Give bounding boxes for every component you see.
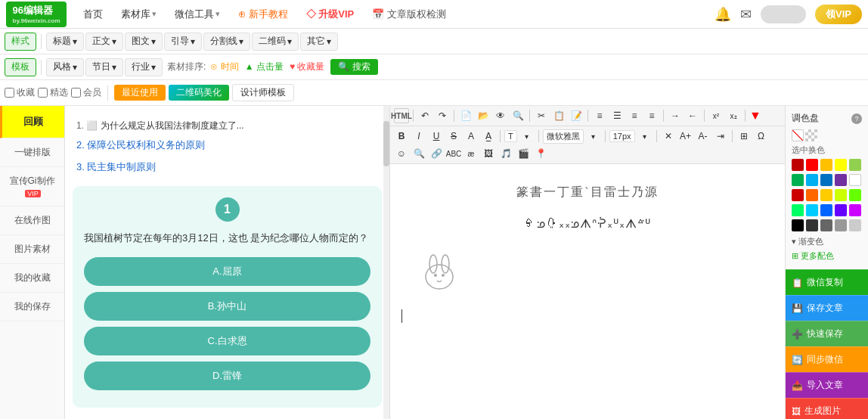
color-cell[interactable]	[835, 159, 847, 171]
style-tab[interactable]: 样式	[5, 33, 36, 51]
gradient-toggle[interactable]: ▾ 渐变色	[792, 234, 862, 249]
industry-dropdown[interactable]: 行业 ▾	[125, 58, 163, 76]
align-left-icon[interactable]: ≡	[592, 108, 607, 123]
sidebar-item-images[interactable]: 图片素材	[0, 235, 64, 264]
font-decrease-icon[interactable]: A-	[696, 129, 711, 144]
color-cell[interactable]	[820, 159, 832, 171]
color-cell[interactable]	[806, 159, 818, 171]
color-cell[interactable]	[849, 159, 861, 171]
sort-time[interactable]: ⊙ 时间	[210, 61, 238, 73]
sort-favorites[interactable]: ♥ 收藏量	[290, 61, 324, 73]
font-family-display[interactable]: 微软雅黑	[543, 129, 584, 144]
checkbox-favorites[interactable]: 收藏	[5, 86, 35, 99]
font-size-display[interactable]: 17px	[609, 130, 635, 142]
quiz-option-c[interactable]: C.白求恩	[84, 327, 370, 355]
color-cell[interactable]	[792, 189, 804, 201]
color-cell[interactable]	[835, 204, 847, 216]
indent-icon[interactable]: →	[668, 108, 683, 123]
copy-icon[interactable]: 📋	[551, 108, 566, 123]
quick-save-button[interactable]: ➕ 快速保存	[786, 321, 868, 346]
undo-button[interactable]: ↶	[417, 108, 432, 123]
heading-dropdown[interactable]: 标题 ▾	[46, 33, 84, 51]
color-cell[interactable]	[820, 174, 832, 186]
checkbox-member[interactable]: 会员	[71, 86, 101, 99]
guide-dropdown[interactable]: 引导 ▾	[164, 33, 202, 51]
clear-format-icon[interactable]: ✕	[661, 129, 676, 144]
import-article-button[interactable]: 📥 导入文章	[786, 372, 868, 398]
nav-materials[interactable]: 素材库 ▾	[113, 5, 164, 24]
align-right-icon[interactable]: ≡	[627, 108, 642, 123]
align-center-icon[interactable]: ☰	[609, 108, 625, 123]
color-cell[interactable]	[820, 219, 832, 231]
image-icon[interactable]: 🖼	[481, 146, 496, 161]
special-char-icon[interactable]: Ω	[754, 129, 769, 144]
bg-color-button[interactable]: A̲	[481, 129, 496, 144]
mail-icon[interactable]: ✉	[740, 6, 752, 23]
color-cell[interactable]	[820, 204, 832, 216]
font-family-dropdown[interactable]: ▾	[586, 129, 601, 144]
style-dropdown[interactable]: 风格 ▾	[46, 58, 84, 76]
generate-image-button[interactable]: 🖼 生成图片	[786, 398, 868, 419]
color-cell[interactable]	[806, 204, 818, 216]
font-name-select[interactable]: T	[504, 130, 517, 142]
italic-button[interactable]: I	[411, 129, 426, 144]
save-article-button[interactable]: 💾 保存文章	[786, 295, 868, 321]
table-icon[interactable]: ⊞	[736, 129, 752, 144]
holiday-dropdown[interactable]: 节日 ▾	[85, 58, 123, 76]
other-dropdown[interactable]: 其它 ▾	[300, 33, 338, 51]
recent-button[interactable]: 最近使用	[114, 85, 166, 101]
editor-content[interactable]: 篆書一丁重`目雷士乃源 ᢒᣊᢔ᙮᙮ᣊᗑᐢᣒ᙮ᓑ᙮ᗑᣝᓑ	[390, 164, 785, 337]
divider-dropdown[interactable]: 分割线 ▾	[203, 33, 250, 51]
quiz-option-b[interactable]: B.孙中山	[84, 292, 370, 321]
bold-button[interactable]: B	[394, 129, 409, 144]
transparent-cell[interactable]	[805, 129, 817, 141]
color-cell[interactable]	[820, 189, 832, 201]
nav-wechat-tools[interactable]: 微信工具 ▾	[167, 5, 228, 24]
color-cell[interactable]	[849, 219, 861, 231]
text-color-button[interactable]: A	[463, 129, 479, 144]
body-dropdown[interactable]: 正文 ▾	[85, 33, 123, 51]
color-cell[interactable]	[792, 174, 804, 186]
palette-help-icon[interactable]: ?	[851, 113, 862, 124]
font-dropdown[interactable]: ▾	[519, 129, 535, 144]
quiz-option-d[interactable]: D.雷锋	[84, 362, 370, 390]
font-size-dropdown[interactable]: ▾	[637, 129, 653, 144]
notification-icon[interactable]: 🔔	[715, 6, 731, 23]
nav-home[interactable]: 首页	[76, 5, 110, 24]
color-cell[interactable]	[849, 189, 861, 201]
quiz-option-a[interactable]: A.屈原	[84, 257, 370, 286]
search-icon[interactable]: 🔍	[510, 108, 525, 123]
open-file-icon[interactable]: 📂	[476, 108, 491, 123]
preview-icon[interactable]: 👁	[493, 108, 508, 123]
sidebar-item-promo[interactable]: 宣传Gi制作VIP	[0, 167, 64, 206]
color-cell[interactable]	[806, 219, 818, 231]
strikethrough-button[interactable]: S	[446, 129, 461, 144]
color-cell[interactable]	[835, 219, 847, 231]
designer-button[interactable]: 设计师模板	[232, 84, 294, 101]
color-cell[interactable]	[835, 189, 847, 201]
next-field-icon[interactable]: ⇥	[713, 129, 728, 144]
zoom-icon[interactable]: 🔍	[411, 146, 426, 161]
font-increase-icon[interactable]: A+	[678, 129, 693, 144]
qrcode-dropdown[interactable]: 二维码 ▾	[252, 33, 299, 51]
color-cell[interactable]	[849, 204, 861, 216]
color-cell[interactable]	[792, 159, 804, 171]
list-item-2[interactable]: 3. 民主集中制原则	[76, 157, 378, 178]
audio-icon[interactable]: 🎵	[498, 146, 513, 161]
subscript-icon[interactable]: x₂	[726, 108, 741, 123]
sidebar-item-review[interactable]: 回顾	[0, 106, 64, 138]
redo-button[interactable]: ↷	[435, 108, 450, 123]
image-text-dropdown[interactable]: 图文 ▾	[125, 33, 163, 51]
abc-icon[interactable]: ABC	[446, 146, 461, 161]
sidebar-item-mysaved[interactable]: 我的保存	[0, 293, 64, 321]
beauty-button[interactable]: 二维码美化	[169, 85, 229, 101]
justify-icon[interactable]: ≡	[644, 108, 659, 123]
user-avatar[interactable]	[761, 5, 806, 23]
video-icon[interactable]: 🎬	[516, 146, 531, 161]
wechat-copy-button[interactable]: 📋 微信复制	[786, 269, 868, 295]
template-tab[interactable]: 模板	[5, 58, 36, 76]
nav-copyright-check[interactable]: 📅 文章版权检测	[364, 5, 454, 24]
sidebar-item-onekey[interactable]: 一键排版	[0, 138, 64, 167]
sidebar-item-drawing[interactable]: 在线作图	[0, 206, 64, 235]
link-icon[interactable]: 🔗	[429, 146, 444, 161]
